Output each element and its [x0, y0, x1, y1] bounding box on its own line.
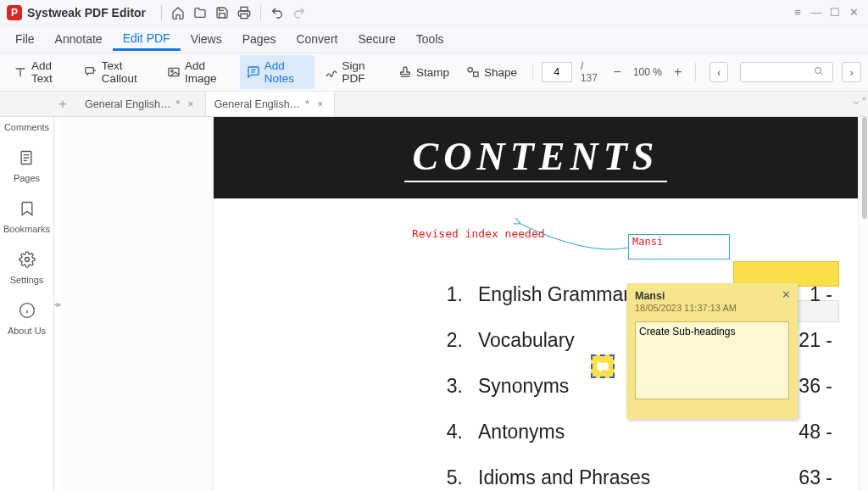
textbox-annotation[interactable]: Mansi — [628, 234, 730, 259]
document-body: ◂▸ CONTENTS Revised index needed Mansi 1… — [0, 117, 868, 491]
nav-next-button[interactable]: › — [842, 62, 861, 82]
stamp-icon — [398, 65, 412, 79]
add-image-button[interactable]: Add Image — [160, 55, 236, 89]
stamp-button[interactable]: Stamp — [392, 61, 456, 83]
hamburger-icon[interactable]: ≡ — [790, 5, 805, 20]
note-timestamp: 18/05/2023 11:37:13 AM — [635, 303, 789, 313]
search-input[interactable] — [746, 66, 814, 78]
sticky-note-popup[interactable]: ✕ Mansi 18/05/2023 11:37:13 AM — [626, 283, 798, 419]
document-tab[interactable]: General English… * × — [76, 92, 206, 116]
app-title: Systweak PDF Editor — [27, 6, 146, 20]
pdf-page: CONTENTS Revised index needed Mansi 1.En… — [214, 117, 858, 491]
close-tab-icon[interactable]: × — [314, 98, 326, 110]
close-note-icon[interactable]: ✕ — [782, 288, 791, 301]
svg-point-4 — [171, 70, 174, 72]
gear-icon — [19, 251, 36, 272]
print-icon[interactable] — [235, 3, 253, 22]
title-bar: P Systweak PDF Editor ≡ — ☐ ✕ — [0, 0, 868, 25]
maximize-button[interactable]: ☐ — [827, 5, 843, 20]
open-icon[interactable] — [191, 3, 209, 22]
search-icon[interactable] — [814, 66, 824, 79]
info-icon — [19, 302, 36, 323]
zoom-value: 100 % — [630, 66, 666, 78]
toolbar: Add Text Text Callout Add Image Add Note… — [0, 53, 868, 92]
menu-edit-pdf[interactable]: Edit PDF — [113, 28, 181, 51]
image-icon — [167, 65, 181, 79]
toc-row: 5.Idioms and Phrases63 - — [432, 466, 832, 489]
svg-line-10 — [821, 72, 823, 75]
app-logo: P — [7, 5, 22, 20]
new-tab-button[interactable]: + — [54, 96, 71, 113]
svg-rect-2 — [86, 68, 93, 74]
note-icon — [247, 65, 260, 79]
shape-button[interactable]: Shape — [459, 61, 524, 83]
note-body-input[interactable] — [635, 321, 789, 399]
sidebar-item-settings[interactable]: Settings — [10, 251, 44, 285]
minimize-button[interactable]: — — [809, 5, 824, 20]
close-window-button[interactable]: ✕ — [846, 5, 861, 20]
bookmark-icon — [19, 200, 36, 221]
close-tab-icon[interactable]: × — [185, 98, 196, 110]
note-author: Mansi — [635, 290, 789, 302]
add-text-button[interactable]: Add Text — [7, 55, 74, 89]
menu-convert[interactable]: Convert — [286, 29, 348, 49]
sidebar-item-about[interactable]: About Us — [8, 302, 46, 336]
redo-icon — [290, 3, 309, 22]
sticky-note-marker[interactable] — [591, 354, 615, 378]
text-callout-button[interactable]: Text Callout — [77, 55, 157, 89]
search-box[interactable] — [740, 62, 833, 82]
sign-pdf-button[interactable]: Sign PDF — [318, 55, 388, 89]
menu-bar: File Annotate Edit PDF Views Pages Conve… — [0, 25, 868, 53]
shape-icon — [466, 65, 480, 79]
tab-bar: + General English… * × General English… … — [0, 92, 868, 117]
left-panel: Comments Pages Bookmarks Settings About … — [0, 92, 54, 491]
page-banner: CONTENTS — [214, 117, 858, 198]
document-viewport[interactable]: CONTENTS Revised index needed Mansi 1.En… — [61, 117, 868, 491]
tabs-overflow-icon[interactable] — [851, 98, 861, 110]
svg-rect-1 — [241, 7, 248, 11]
toc-row: 4.Antonyms48 - — [432, 421, 832, 444]
comment-annotation[interactable]: Revised index needed — [412, 227, 545, 240]
page-total: / 137 — [581, 60, 600, 84]
save-icon[interactable] — [213, 3, 231, 22]
sidebar-item-pages[interactable]: Pages — [14, 149, 40, 183]
menu-views[interactable]: Views — [181, 29, 232, 49]
menu-annotate[interactable]: Annotate — [45, 29, 113, 49]
text-icon — [14, 65, 27, 79]
svg-point-9 — [815, 67, 821, 73]
callout-icon — [84, 65, 97, 79]
zoom-in-button[interactable]: + — [669, 62, 687, 82]
undo-icon[interactable] — [268, 3, 287, 22]
sidebar-item-bookmarks[interactable]: Bookmarks — [3, 200, 50, 234]
menu-file[interactable]: File — [5, 29, 45, 49]
add-notes-button[interactable]: Add Notes — [240, 55, 314, 89]
home-icon[interactable] — [169, 3, 187, 22]
svg-rect-8 — [474, 72, 478, 76]
collapse-icon[interactable]: « — [862, 94, 866, 103]
svg-rect-0 — [241, 14, 248, 18]
menu-secure[interactable]: Secure — [348, 29, 405, 49]
splitter-handle[interactable]: ◂▸ — [54, 117, 61, 491]
sign-icon — [325, 65, 338, 79]
svg-point-7 — [468, 68, 472, 72]
svg-rect-3 — [169, 68, 179, 75]
menu-pages[interactable]: Pages — [232, 29, 287, 49]
vertical-scrollbar[interactable] — [862, 117, 867, 491]
nav-prev-button[interactable]: ‹ — [709, 62, 729, 82]
svg-point-15 — [25, 258, 29, 262]
document-tab[interactable]: General English… * × — [206, 92, 336, 116]
page-number-input[interactable] — [542, 62, 572, 82]
zoom-out-button[interactable]: − — [609, 62, 626, 82]
menu-tools[interactable]: Tools — [406, 29, 454, 49]
pages-icon — [18, 149, 35, 170]
